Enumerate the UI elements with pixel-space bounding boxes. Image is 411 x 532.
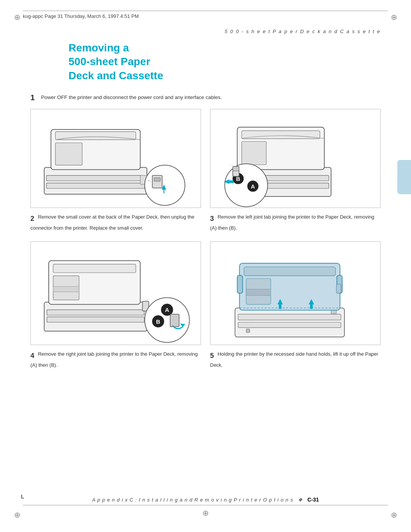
section-tab — [397, 160, 411, 194]
step4-number: 4 — [30, 352, 34, 359]
step3-text: Remove the left joint tab joining the pr… — [210, 214, 374, 231]
printer-svg-1 — [31, 109, 201, 208]
svg-text:B: B — [156, 318, 160, 325]
svg-point-21 — [225, 164, 268, 207]
step5-number: 5 — [210, 352, 214, 359]
svg-rect-4 — [56, 132, 136, 140]
step1-intro: 1 Power OFF the printer and disconnect t… — [30, 93, 381, 102]
step-desc-row-2: 4 Remove the right joint tab joining the… — [30, 350, 381, 369]
svg-rect-53 — [246, 329, 250, 332]
footer-diamond: ❖ — [298, 497, 303, 503]
svg-text:A: A — [165, 307, 169, 313]
step4-text: Remove the right joint tab joining the p… — [30, 351, 198, 368]
step1-text: Power OFF the printer and disconnect the… — [41, 93, 381, 102]
title-line2: 500-sheet Paper — [68, 55, 381, 69]
step2-text: Remove the small cover at the back of th… — [30, 214, 194, 231]
svg-rect-34 — [47, 317, 144, 322]
step2-number: 2 — [30, 215, 34, 222]
image-row-2: A B — [30, 241, 381, 345]
main-content: 5 0 0 - s h e e t P a p e r D e c k a n … — [30, 27, 381, 379]
image-row-1: B A — [30, 109, 381, 208]
svg-rect-38 — [53, 286, 79, 292]
footer-text: A p p e n d i x C : I n s t a l l i n g … — [92, 497, 293, 503]
image-box-3: A B — [30, 241, 201, 345]
image-box-2: B A — [210, 109, 381, 208]
svg-rect-20 — [242, 142, 266, 165]
section-label: 5 0 0 - s h e e t P a p e r D e c k a n … — [30, 29, 381, 34]
printer-svg-4 — [210, 242, 380, 345]
svg-rect-33 — [47, 310, 144, 315]
svg-rect-12 — [164, 190, 164, 193]
page-header: kug-appc Page 31 Thursday, March 6, 1997… — [23, 11, 388, 19]
svg-rect-51 — [238, 322, 341, 328]
svg-rect-9 — [152, 176, 162, 188]
svg-rect-62 — [279, 304, 282, 309]
svg-rect-27 — [233, 166, 239, 171]
svg-rect-19 — [242, 131, 320, 139]
step-desc-row-1: 2 Remove the small cover at the back of … — [30, 213, 381, 232]
step1-number: 1 — [30, 93, 41, 102]
image-box-1 — [30, 109, 201, 208]
title-line1: Removing a — [68, 41, 381, 55]
title-line3: Deck and Cassette — [68, 69, 381, 83]
svg-rect-64 — [310, 304, 313, 309]
svg-rect-1 — [46, 176, 145, 181]
reg-mark-top-left: ⊕ — [11, 11, 23, 23]
bottom-center-reg: ⊕ — [202, 508, 209, 518]
page-title: Removing a 500-sheet Paper Deck and Cass… — [68, 41, 381, 83]
svg-rect-50 — [238, 314, 341, 320]
svg-rect-5 — [56, 143, 82, 165]
reg-mark-bottom-right: ⊕ — [388, 509, 400, 521]
step3-number: 3 — [210, 215, 214, 222]
svg-rect-59 — [246, 289, 271, 295]
reg-mark-bottom-left: ⊕ — [11, 509, 23, 521]
svg-rect-36 — [53, 264, 136, 273]
svg-rect-29 — [229, 181, 234, 183]
header-text: kug-appc Page 31 Thursday, March 6, 1997… — [23, 13, 139, 19]
svg-rect-60 — [336, 284, 341, 293]
svg-line-47 — [146, 299, 149, 300]
step4-desc: 4 Remove the right joint tab joining the… — [30, 350, 201, 369]
step2-desc: 2 Remove the small cover at the back of … — [30, 213, 201, 232]
svg-rect-55 — [244, 267, 336, 276]
step5-text: Holding the printer by the recessed side… — [210, 351, 378, 368]
svg-rect-56 — [237, 275, 242, 293]
image-box-4 — [210, 241, 381, 345]
printer-svg-3: A B — [31, 242, 201, 345]
svg-text:A: A — [251, 183, 255, 190]
svg-rect-10 — [154, 178, 160, 181]
page: ⊕ ⊕ ⊕ ⊕ kug-appc Page 31 Thursday, March… — [0, 0, 411, 532]
svg-rect-2 — [46, 183, 145, 189]
page-footer: A p p e n d i x C : I n s t a l l i n g … — [23, 497, 388, 505]
footer-page: C-31 — [307, 497, 319, 503]
printer-svg-2: B A — [210, 109, 380, 208]
svg-rect-45 — [170, 314, 179, 327]
step3-desc: 3 Remove the left joint tab joining the … — [210, 213, 381, 232]
step5-desc: 5 Holding the printer by the recessed si… — [210, 350, 381, 369]
reg-mark-top-right: ⊕ — [388, 11, 400, 23]
svg-point-7 — [145, 165, 185, 206]
